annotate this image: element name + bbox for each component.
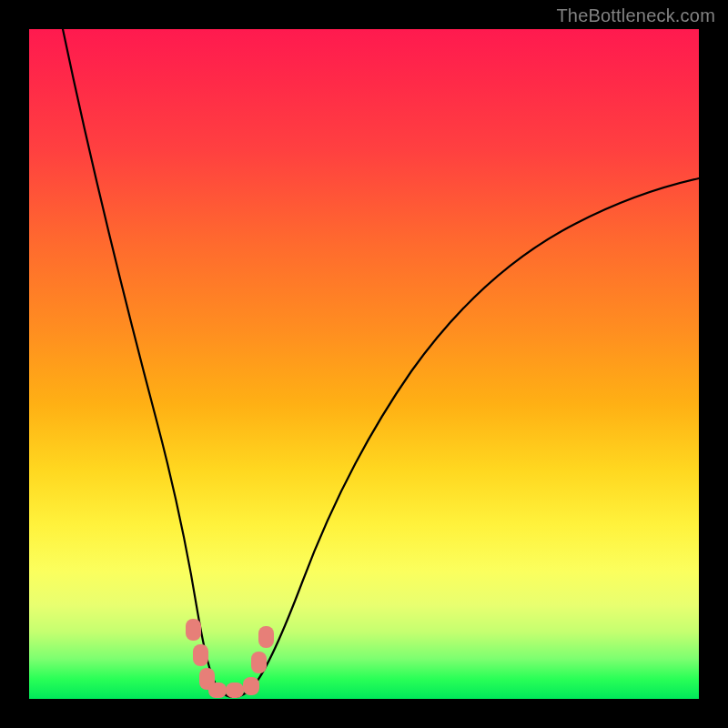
outer-black-frame: TheBottleneck.com xyxy=(0,0,728,728)
valley-marker xyxy=(258,626,274,648)
valley-marker xyxy=(243,677,259,695)
valley-marker xyxy=(186,619,201,641)
valley-marker xyxy=(208,682,227,698)
valley-marker-group xyxy=(186,619,274,698)
attribution-text: TheBottleneck.com xyxy=(556,5,715,26)
valley-marker xyxy=(251,652,267,673)
valley-marker xyxy=(193,644,208,666)
bottleneck-curve-path xyxy=(63,29,699,697)
bottleneck-curve-svg xyxy=(29,29,699,699)
chart-plot-area xyxy=(29,29,699,699)
valley-marker xyxy=(226,682,244,698)
